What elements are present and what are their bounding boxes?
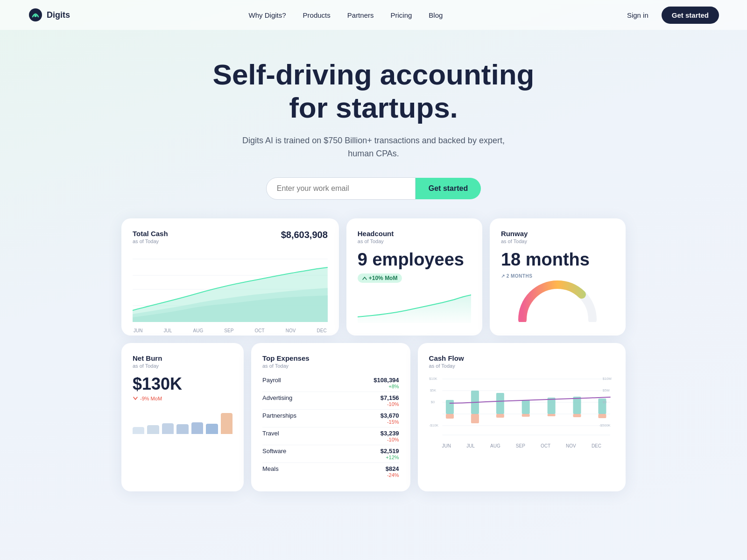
nav-links: Why Digits? Products Partners Pricing Bl… <box>249 11 443 19</box>
svg-point-1 <box>35 15 37 17</box>
expense-row-partnerships: Partnerships $3,670 -15% <box>262 410 399 427</box>
total-cash-month-labels: JUN JUL AUG SEP OCT NOV DEC <box>133 328 328 333</box>
nav-pricing[interactable]: Pricing <box>390 11 412 19</box>
logo-icon <box>28 7 43 22</box>
top-expenses-card: Top Expenses as of Today Payroll $108,39… <box>251 343 410 491</box>
runway-gauge <box>501 282 614 320</box>
expense-row-advertising: Advertising $7,156 -10% <box>262 392 399 410</box>
expense-row-travel: Travel $3,239 -10% <box>262 427 399 445</box>
svg-rect-19 <box>521 414 529 417</box>
total-cash-chart: JUN JUL AUG SEP OCT NOV DEC <box>133 250 328 324</box>
svg-rect-22 <box>573 397 581 414</box>
logo-text: Digits <box>47 10 70 20</box>
expense-row-software: Software $2,519 +12% <box>262 445 399 463</box>
net-burn-title: Net Burn <box>133 354 233 362</box>
nav-why-digits[interactable]: Why Digits? <box>249 11 286 19</box>
hero-headline-line1: Self-driving accounting <box>213 58 535 91</box>
net-burn-subtitle: as of Today <box>133 363 233 369</box>
svg-text:$10K: $10K <box>429 377 437 381</box>
burn-bar-7 <box>221 413 233 434</box>
hero-subtext: Digits AI is trained on $750 Billion+ tr… <box>9 134 738 161</box>
expense-row-meals: Meals $824 -24% <box>262 463 399 480</box>
trend-up-icon <box>362 276 367 280</box>
hero-headline: Self-driving accounting for startups. <box>9 58 738 125</box>
cash-flow-subtitle: as of Today <box>429 363 614 369</box>
headcount-card: Headcount as of Today 9 employees +10% M… <box>346 218 482 336</box>
svg-text:-$10K: -$10K <box>429 423 439 427</box>
headcount-subtitle: as of Today <box>358 238 471 244</box>
cash-flow-month-labels: JUN JUL AUG SEP OCT NOV DEC <box>429 443 614 448</box>
svg-rect-18 <box>521 400 529 414</box>
sign-in-button[interactable]: Sign in <box>621 7 654 23</box>
runway-title: Runway <box>501 230 614 238</box>
total-cash-subtitle: as of Today <box>133 238 168 244</box>
runway-subtitle: as of Today <box>501 238 614 244</box>
hero-headline-line2: for startups. <box>289 91 458 124</box>
nav-products[interactable]: Products <box>303 11 331 19</box>
burn-bar-3 <box>162 423 174 434</box>
nav-partners[interactable]: Partners <box>347 11 374 19</box>
svg-text:$5K: $5K <box>430 388 436 392</box>
expenses-list: Payroll $108,394 +8% Advertising $7,156 … <box>262 374 399 480</box>
total-cash-title: Total Cash <box>133 230 168 238</box>
trend-down-icon <box>133 396 138 401</box>
bottom-row: Net Burn as of Today $130K -9% MoM Top E… <box>121 343 626 491</box>
net-burn-value: $130K <box>133 374 233 394</box>
runway-badge: ↗ 2 MONTHS <box>501 273 614 279</box>
hero-section: Self-driving accounting for startups. Di… <box>0 30 747 218</box>
svg-rect-20 <box>547 398 555 414</box>
cta-row: Get started <box>9 177 738 200</box>
svg-text:$0: $0 <box>430 400 435 404</box>
headcount-chart <box>358 287 471 324</box>
svg-rect-16 <box>496 393 504 414</box>
svg-rect-23 <box>573 414 581 417</box>
top-expenses-subtitle: as of Today <box>262 363 399 369</box>
net-burn-card: Net Burn as of Today $130K -9% MoM <box>121 343 244 491</box>
headcount-value: 9 employees <box>358 250 471 270</box>
logo[interactable]: Digits <box>28 7 70 22</box>
dashboard: Total Cash as of Today $8,603,908 <box>112 218 635 519</box>
nav-blog[interactable]: Blog <box>429 11 443 19</box>
burn-bar-1 <box>133 427 144 434</box>
nav-actions: Sign in Get started <box>621 7 719 24</box>
svg-text:$5M: $5M <box>602 388 609 392</box>
get-started-hero-button[interactable]: Get started <box>416 178 481 199</box>
svg-text:$10M: $10M <box>602 377 611 381</box>
svg-rect-13 <box>446 414 454 419</box>
svg-rect-15 <box>471 414 479 423</box>
headcount-title: Headcount <box>358 230 471 238</box>
net-burn-bars <box>133 408 233 434</box>
email-input[interactable] <box>266 177 416 200</box>
net-burn-mom: -9% MoM <box>133 396 233 401</box>
burn-bar-5 <box>191 422 203 434</box>
runway-card: Runway as of Today 18 months ↗ 2 MONTHS <box>490 218 626 336</box>
burn-bar-2 <box>147 425 159 434</box>
get-started-nav-button[interactable]: Get started <box>662 7 719 24</box>
svg-rect-25 <box>598 414 606 418</box>
burn-bar-4 <box>176 424 188 434</box>
top-expenses-title: Top Expenses <box>262 354 399 362</box>
top-row: Total Cash as of Today $8,603,908 <box>121 218 626 336</box>
total-cash-card: Total Cash as of Today $8,603,908 <box>121 218 339 336</box>
burn-bar-6 <box>206 424 218 434</box>
svg-text:-$500K: -$500K <box>599 423 611 427</box>
cash-flow-card: Cash Flow as of Today <box>418 343 626 491</box>
svg-rect-21 <box>547 414 555 416</box>
svg-rect-17 <box>496 414 504 418</box>
cash-flow-title: Cash Flow <box>429 354 614 362</box>
headcount-badge: +10% MoM <box>358 273 402 283</box>
runway-value: 18 months <box>501 250 614 270</box>
navbar: Digits Why Digits? Products Partners Pri… <box>0 0 747 30</box>
svg-text:$0: $0 <box>602 400 606 404</box>
cash-flow-chart: $10K $5K $0 -$10K $10M $5M $0 -$500K JUN… <box>429 374 614 440</box>
expense-row-payroll: Payroll $108,394 +8% <box>262 374 399 392</box>
svg-rect-12 <box>446 400 454 414</box>
total-cash-value: $8,603,908 <box>281 230 328 240</box>
